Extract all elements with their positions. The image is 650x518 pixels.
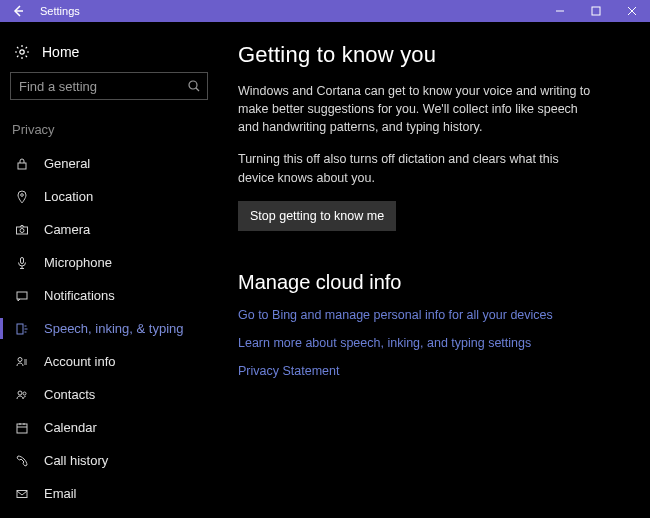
paragraph: Windows and Cortana can get to know your… bbox=[238, 82, 598, 136]
svg-point-11 bbox=[18, 391, 22, 395]
svg-rect-14 bbox=[17, 490, 27, 497]
svg-point-1 bbox=[20, 50, 24, 54]
paragraph: Turning this off also turns off dictatio… bbox=[238, 150, 598, 186]
nav-label: General bbox=[32, 156, 90, 171]
maximize-icon bbox=[591, 6, 601, 16]
call-icon bbox=[12, 454, 32, 468]
link-bing-manage[interactable]: Go to Bing and manage personal info for … bbox=[238, 308, 626, 322]
close-icon bbox=[627, 6, 637, 16]
section-header: Privacy bbox=[0, 116, 218, 147]
account-icon bbox=[12, 355, 32, 369]
content-pane: Getting to know you Windows and Cortana … bbox=[218, 22, 650, 518]
heading-primary: Getting to know you bbox=[238, 42, 626, 68]
nav-label: Camera bbox=[32, 222, 90, 237]
nav-item-email[interactable]: Email bbox=[0, 477, 218, 510]
sidebar: Home Privacy General Location Camera bbox=[0, 22, 218, 518]
minimize-button[interactable] bbox=[542, 0, 578, 22]
stop-button[interactable]: Stop getting to know me bbox=[238, 201, 396, 231]
link-privacy-statement[interactable]: Privacy Statement bbox=[238, 364, 626, 378]
nav-item-contacts[interactable]: Contacts bbox=[0, 378, 218, 411]
nav-label: Account info bbox=[32, 354, 116, 369]
notification-icon bbox=[12, 289, 32, 303]
nav-item-speech[interactable]: Speech, inking, & typing bbox=[0, 312, 218, 345]
nav-item-account[interactable]: Account info bbox=[0, 345, 218, 378]
nav-item-notifications[interactable]: Notifications bbox=[0, 279, 218, 312]
svg-rect-9 bbox=[17, 324, 23, 334]
contacts-icon bbox=[12, 388, 32, 402]
svg-rect-3 bbox=[18, 163, 26, 169]
nav-label: Notifications bbox=[32, 288, 115, 303]
nav-list: General Location Camera Microphone Notif… bbox=[0, 147, 218, 518]
search-icon bbox=[187, 79, 201, 93]
heading-secondary: Manage cloud info bbox=[238, 271, 626, 294]
nav-item-general[interactable]: General bbox=[0, 147, 218, 180]
svg-point-2 bbox=[189, 81, 197, 89]
close-button[interactable] bbox=[614, 0, 650, 22]
nav-label: Microphone bbox=[32, 255, 112, 270]
home-label: Home bbox=[32, 44, 79, 60]
svg-rect-13 bbox=[17, 424, 27, 433]
home-button[interactable]: Home bbox=[0, 36, 218, 72]
nav-item-call-history[interactable]: Call history bbox=[0, 444, 218, 477]
maximize-button[interactable] bbox=[578, 0, 614, 22]
svg-rect-7 bbox=[21, 257, 24, 263]
nav-label: Email bbox=[32, 486, 77, 501]
gear-icon bbox=[12, 44, 32, 60]
svg-rect-0 bbox=[592, 7, 600, 15]
nav-item-location[interactable]: Location bbox=[0, 180, 218, 213]
nav-label: Speech, inking, & typing bbox=[32, 321, 183, 336]
svg-point-10 bbox=[18, 357, 22, 361]
svg-rect-8 bbox=[17, 292, 27, 299]
speech-icon bbox=[12, 322, 32, 336]
nav-item-calendar[interactable]: Calendar bbox=[0, 411, 218, 444]
search-box[interactable] bbox=[10, 72, 208, 100]
email-icon bbox=[12, 487, 32, 501]
nav-label: Calendar bbox=[32, 420, 97, 435]
nav-item-tasks[interactable]: Tasks bbox=[0, 510, 218, 518]
svg-point-4 bbox=[21, 193, 24, 196]
window-title: Settings bbox=[36, 5, 80, 17]
nav-item-microphone[interactable]: Microphone bbox=[0, 246, 218, 279]
location-icon bbox=[12, 190, 32, 204]
back-button[interactable] bbox=[0, 0, 36, 22]
link-learn-more[interactable]: Learn more about speech, inking, and typ… bbox=[238, 336, 626, 350]
lock-icon bbox=[12, 157, 32, 171]
nav-label: Location bbox=[32, 189, 93, 204]
microphone-icon bbox=[12, 256, 32, 270]
search-input[interactable] bbox=[19, 79, 187, 94]
svg-point-6 bbox=[20, 228, 24, 232]
nav-label: Contacts bbox=[32, 387, 95, 402]
svg-point-12 bbox=[23, 392, 26, 395]
titlebar: Settings bbox=[0, 0, 650, 22]
camera-icon bbox=[12, 223, 32, 237]
minimize-icon bbox=[555, 6, 565, 16]
nav-label: Call history bbox=[32, 453, 108, 468]
nav-item-camera[interactable]: Camera bbox=[0, 213, 218, 246]
back-arrow-icon bbox=[11, 4, 25, 18]
calendar-icon bbox=[12, 421, 32, 435]
